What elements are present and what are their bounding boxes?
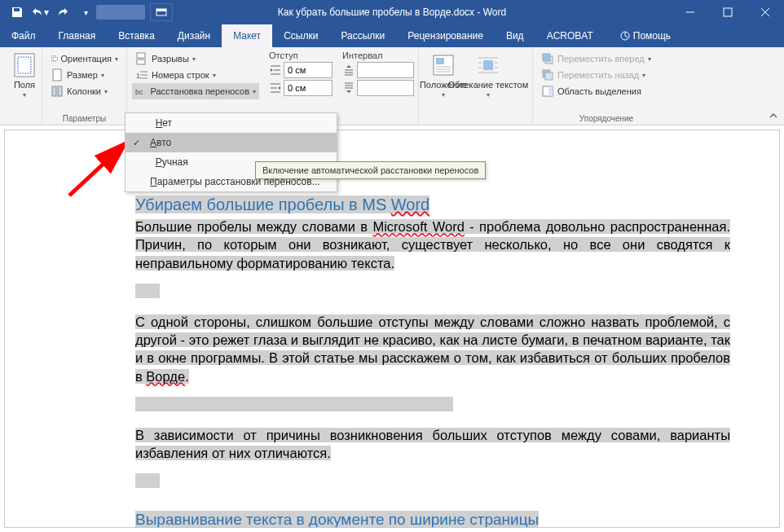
collapse-ribbon-button[interactable] [768,110,779,121]
spacing-after-icon [342,81,355,95]
tab-view[interactable]: Вид [495,24,535,47]
svg-rect-14 [137,53,145,58]
doc-heading-1: Убираем большие пробелы в MS Word [135,196,730,214]
tab-home[interactable]: Главная [47,24,108,47]
ribbon-display-options[interactable] [150,3,173,21]
tab-review[interactable]: Рецензирование [396,24,495,47]
spacing-after-input[interactable] [357,80,414,96]
spacing-label: Интервал [342,51,414,60]
maximize-button[interactable] [709,0,747,24]
orientation-button[interactable]: Ориентация▾ [47,51,121,67]
svg-rect-15 [137,59,145,64]
group-arrange-2: Переместить вперед▾ Переместить назад▾ О… [533,47,680,125]
bring-forward-button[interactable]: Переместить вперед▾ [538,51,675,67]
indent-right-input[interactable] [284,80,333,96]
tell-me-help[interactable]: Помощь [608,24,682,47]
window-title: Как убрать большие пробелы в Ворде.docx … [278,7,506,18]
doc-para-3: В зависимости от причины возникновения б… [135,426,730,463]
minimize-button[interactable] [672,0,709,24]
quick-access-toolbar: ▾ ▾ [0,2,96,23]
tab-acrobat[interactable]: ACROBAT [535,24,605,47]
group-page-setup-1: Ориентация▾ Размер▾ Колонки▾ Параметры [42,47,127,125]
check-icon: ✓ [133,138,140,148]
ribbon-tabs: Файл Главная Вставка Дизайн Макет Ссылки… [0,24,784,47]
position-icon [430,52,456,78]
svg-rect-48 [545,73,553,80]
selection-pane-button[interactable]: Область выделения [538,83,675,99]
window-controls [672,0,784,24]
columns-button[interactable]: Колонки▾ [47,83,121,99]
doc-heading-2: Выравнивание текста в документе по ширин… [135,511,730,528]
tab-file[interactable]: Файл [0,24,47,47]
svg-rect-50 [548,86,553,96]
user-badge[interactable] [96,5,145,20]
margins-label: Поля [14,80,35,90]
svg-rect-11 [53,69,61,81]
send-backward-button[interactable]: Переместить назад▾ [538,67,675,83]
hyphenation-auto[interactable]: ✓АвтоАвто [126,133,337,152]
close-button[interactable] [747,0,784,24]
hyphenation-none[interactable]: ННетет [126,113,337,133]
margins-button[interactable]: Поля▾ [5,51,44,100]
tab-references[interactable]: Ссылки [272,24,329,47]
wrap-text-button[interactable]: Обтекание текстом▾ [463,51,513,100]
document-content: Убираем большие пробелы в MS Word Больши… [5,130,779,528]
hyphenation-auto-tooltip: Включение автоматической расстановки пер… [255,161,486,179]
svg-rect-13 [58,86,62,96]
ribbon: Поля▾ Ориентация▾ Размер▾ Колонки▾ Парам… [0,47,784,125]
indent-left-icon [269,64,282,77]
group-arrange-1: Положение▾ Обтекание текстом▾ [419,47,533,125]
group-margins: Поля▾ [0,47,42,125]
hyphenation-button[interactable]: bcРасстановка переносов▾ [132,83,259,99]
margins-icon [11,52,37,78]
tab-insert[interactable]: Вставка [107,24,166,47]
group-page-label: Параметры [42,114,126,123]
doc-para-1: Большие пробелы между словами в Microsof… [135,218,730,272]
tab-mailings[interactable]: Рассылки [329,24,396,47]
line-numbers-button[interactable]: 1Номера строк▾ [132,67,259,83]
svg-rect-34 [436,58,444,64]
spacing-before-input[interactable] [357,62,414,78]
svg-rect-38 [483,60,493,70]
title-bar: ▾ ▾ Как убрать большие пробелы в Ворде.d… [0,0,784,24]
size-button[interactable]: Размер▾ [47,67,121,83]
position-button[interactable]: Положение▾ [424,51,463,100]
indent-label: Отступ [269,51,333,60]
help-label: Помощь [633,30,671,42]
spacing-before-icon [342,64,355,77]
indent-left-input[interactable] [284,62,333,78]
wrap-icon [475,52,501,78]
tab-layout[interactable]: Макет [222,24,272,47]
svg-text:bc: bc [135,88,143,96]
breaks-button[interactable]: Разрывы▾ [132,51,259,67]
svg-rect-46 [543,54,550,61]
redo-button[interactable] [52,2,73,23]
tab-design[interactable]: Дизайн [166,24,222,47]
svg-rect-12 [52,86,56,96]
svg-rect-1 [156,9,166,11]
undo-button[interactable]: ▾ [29,2,51,23]
document-area[interactable]: Убираем большие пробелы в MS Word Больши… [4,130,780,528]
save-button[interactable] [7,2,28,23]
hyphenation-dropdown: ННетет ✓АвтоАвто РучнаяРучная Параметры … [125,112,337,192]
svg-text:1: 1 [136,72,140,80]
doc-para-2: С одной стороны, слишком большие отступы… [135,313,730,385]
indent-right-icon [269,81,282,95]
svg-rect-3 [724,8,732,16]
group-arrange-label: Упорядочение [533,114,680,123]
svg-rect-10 [53,57,57,60]
qat-customize-button[interactable]: ▾ [75,2,96,23]
